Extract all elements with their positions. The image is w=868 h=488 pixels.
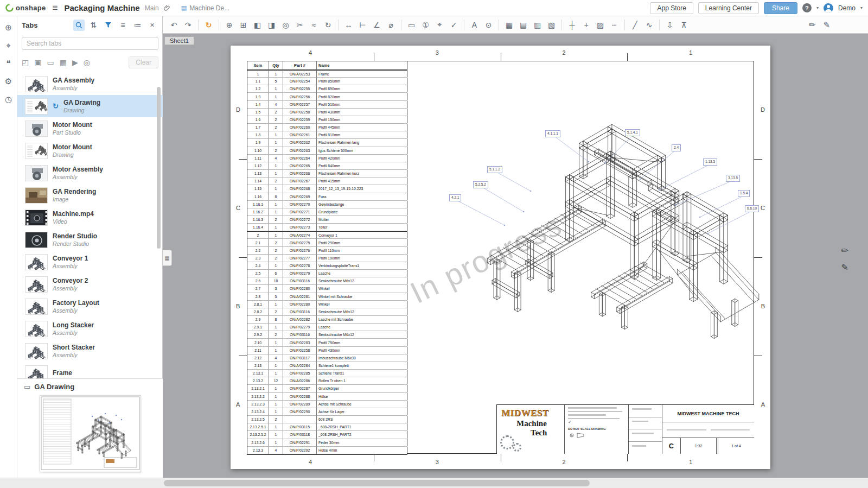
- tabs-scrollbar[interactable]: [157, 87, 161, 249]
- workspace-name[interactable]: Main: [145, 4, 159, 12]
- toolbar-spline-icon[interactable]: ∿: [642, 18, 656, 31]
- bom-row-item-2-8[interactable]: 2.85ON/A/02281Winkel mit Schraube: [247, 293, 407, 301]
- settings-icon[interactable]: ⚙: [5, 77, 12, 86]
- bom-row-item-2-6[interactable]: 2.618ON/P/03116Senkschraube M6x12: [247, 277, 407, 285]
- bom-row-item-2-13-2-5[interactable]: 2.13.2.52608 2RS: [247, 416, 407, 423]
- toolbar-hole-table-icon[interactable]: ▤: [516, 18, 530, 31]
- balloon-4-1-1-1[interactable]: 4.1.1.1: [545, 130, 560, 137]
- toolbar-update-views-icon[interactable]: ↻: [321, 18, 335, 31]
- balloon-5-1-1-2[interactable]: 5.1.1.2: [487, 166, 502, 173]
- close-panel-icon[interactable]: ×: [146, 20, 158, 31]
- list-view-icon[interactable]: ≡: [117, 20, 129, 31]
- tab-item-factory-layout-assembly[interactable]: Factory LayoutAssembly: [17, 295, 163, 318]
- toolbar-detail-view-icon[interactable]: ◎: [279, 18, 292, 31]
- toolbar-bom-table-icon[interactable]: ▥: [531, 18, 544, 31]
- toolbar-construction-line-icon[interactable]: ┄: [608, 18, 621, 31]
- toolbar-note-icon[interactable]: ▭: [405, 18, 418, 31]
- user-name[interactable]: Demo: [838, 4, 856, 12]
- bom-row-item-2-7[interactable]: 2.73ON/P/02280Winkel: [247, 285, 407, 293]
- bom-row-item-1-16[interactable]: 1.168ON/P/02269Fuss: [247, 193, 407, 201]
- drawing-sheet[interactable]: 44332211DDCCBBAA In progress ItemQtyPart…: [231, 46, 770, 469]
- tab-item-conveyor-2-assembly[interactable]: Conveyor 2Assembly: [17, 273, 163, 295]
- tab-item-ga-drawing-drawing[interactable]: ↻GA DrawingDrawing: [17, 95, 163, 117]
- balloon-2-4[interactable]: 2.4: [672, 144, 681, 151]
- toolbar-surface-finish-icon[interactable]: ✓: [447, 18, 461, 31]
- tab-item-motor-assembly-assembly[interactable]: Motor AssemblyAssembly: [17, 162, 163, 184]
- balloon-4-2-1[interactable]: 4.2.1: [449, 194, 461, 201]
- search-icon[interactable]: [73, 20, 85, 31]
- bom-row-item-2-11[interactable]: 2.111ON/P/02258Profil 430mm: [247, 347, 407, 354]
- horizontal-scrollbar[interactable]: [0, 478, 868, 488]
- bom-row-item-2-13-2-5-2[interactable]: 2.13.2.5.21ON/P/03118_608-2RSH_PART2: [247, 431, 407, 439]
- bom-row-item-1-9[interactable]: 1.91ON/P/02262Flacheisen Rahmen lang: [247, 139, 407, 147]
- share-button[interactable]: Share: [764, 2, 797, 14]
- bom-row-item-2-13-3[interactable]: 2.13.34ON/P/02292Hülse 4mm: [247, 447, 407, 454]
- balloon-5-2-5-2[interactable]: 5.2.5.2: [473, 181, 488, 188]
- toolbar-insert-view-icon[interactable]: ⊞: [237, 18, 250, 31]
- bom-row-item-1-2[interactable]: 1.21ON/P/02255Profil 890mm: [247, 85, 407, 93]
- filter-render-icon[interactable]: ◎: [84, 58, 90, 67]
- balloon-1-5-4[interactable]: 1.5.4: [738, 190, 750, 197]
- bom-row-item-2-13-2-1[interactable]: 2.13.2.11ON/P/02287Grundkörper: [247, 385, 407, 392]
- search-tabs-input[interactable]: [22, 37, 158, 50]
- balloon-3-13-5[interactable]: 3.13.5: [726, 175, 740, 182]
- app-store-button[interactable]: App Store: [650, 2, 693, 14]
- balloon-1-13-5[interactable]: 1.13.5: [703, 159, 717, 166]
- bom-row-item-1-10[interactable]: 1.102ON/P/02263Igus Schiene 500mm: [247, 147, 407, 155]
- sheet-tab[interactable]: Sheet1: [164, 36, 194, 45]
- bom-row-item-2-9[interactable]: 2.98ON/A/02282Lasche mit Schraube: [247, 316, 407, 324]
- linked-document-tab[interactable]: ▤ Machine De...: [181, 4, 229, 12]
- toolbar-print-icon[interactable]: ⊼: [677, 18, 691, 31]
- bom-row-item-1-15[interactable]: 1.151ON/P/022682017_12_13_19-15-10-223: [247, 185, 407, 193]
- toolbar-redo-icon[interactable]: ↷: [181, 18, 195, 31]
- bom-row-item-2-8-2[interactable]: 2.8.22ON/P/03116Senkschraube M6x12: [247, 308, 407, 316]
- bom-row-item-2-13-1[interactable]: 2.13.11ON/P/02285Schiene Trans1: [247, 370, 407, 377]
- tab-item-frame-tab[interactable]: Frame: [17, 362, 163, 378]
- toolbar-update-document-icon[interactable]: ↻: [202, 18, 215, 31]
- toolbar-text-icon[interactable]: A: [468, 18, 481, 31]
- toolbar-center-mark-icon[interactable]: +: [579, 18, 593, 31]
- toolbar-geometric-tolerance-icon[interactable]: ⌖: [433, 18, 446, 31]
- filter-drawing-icon[interactable]: ▭: [47, 58, 54, 67]
- toolbar-angle-dimension-icon[interactable]: ∠: [370, 18, 384, 31]
- toolbar-table-icon[interactable]: ▦: [502, 18, 516, 31]
- bom-row-item-1-5[interactable]: 1.52ON/P/02258Profil 430mm: [247, 109, 407, 116]
- toolbar-find-icon[interactable]: ⊙: [482, 18, 495, 31]
- bom-row-item-1-13[interactable]: 1.131ON/P/02266Flacheisen Rahmen kurz: [247, 170, 407, 178]
- filter-part-studio-icon[interactable]: ◰: [22, 58, 29, 67]
- balloon-5-1-4-1[interactable]: 5.1.4.1: [625, 129, 640, 136]
- history-icon[interactable]: ◷: [5, 94, 12, 104]
- toolbar-section-view-icon[interactable]: ◨: [265, 18, 278, 31]
- tab-item-machine-mp4-video[interactable]: Machine.mp4Video: [17, 206, 163, 229]
- drawing-viewport[interactable]: Sheet1 44332211DDCCBBAA In progress Item…: [163, 34, 868, 478]
- toolbar-undo-icon[interactable]: ↶: [167, 18, 181, 31]
- link-icon[interactable]: [164, 4, 171, 11]
- tab-item-short-stacker-assembly[interactable]: Short StackerAssembly: [17, 340, 163, 362]
- detail-list-view-icon[interactable]: ≔: [132, 20, 143, 31]
- toolbar-line-icon[interactable]: ╱: [628, 18, 642, 31]
- bom-row-item-1-8[interactable]: 1.81ON/P/02261Profil 810mm: [247, 131, 407, 139]
- bom-row-item-1-1[interactable]: 1.15ON/P/02254Profil 850mm: [247, 78, 407, 85]
- filter-image-icon[interactable]: ▦: [60, 58, 67, 67]
- toolbar-break-view-icon[interactable]: ≈: [307, 18, 321, 31]
- horizontal-scrollbar-thumb[interactable]: [164, 480, 590, 486]
- bom-row-item-2[interactable]: 21ON/A/02274Conveyor 1: [247, 231, 407, 239]
- onshape-logo[interactable]: onshape: [5, 4, 46, 12]
- filter-video-icon[interactable]: ▶: [72, 58, 78, 67]
- bom-row-item-1-16-1[interactable]: 1.16.11ON/P/02270Gewindestange: [247, 201, 407, 208]
- toolbar-ordinate-dimension-icon[interactable]: ⊢: [356, 18, 369, 31]
- toolbar-projected-view-icon[interactable]: ◧: [251, 18, 264, 31]
- toolbar-export-icon[interactable]: ⇩: [663, 18, 676, 31]
- tab-item-conveyor-1-assembly[interactable]: Conveyor 1Assembly: [17, 251, 163, 273]
- drawing-preview-thumbnail[interactable]: [40, 395, 141, 472]
- bom-row-item-2-13-2-5-1[interactable]: 2.13.2.5.11ON/P/03115_608-2RSH_PART1: [247, 423, 407, 431]
- menu-icon[interactable]: ≡: [53, 3, 58, 14]
- visibility-icon[interactable]: ✏: [841, 245, 848, 256]
- bom-table[interactable]: ItemQtyPart #Name11ON/A/02253Frame1.15ON…: [247, 61, 407, 455]
- bom-row-item-2-13-2-2[interactable]: 2.13.2.21ON/P/02288Hülse: [247, 393, 407, 401]
- bom-row-item-1-14[interactable]: 1.142ON/P/02267Profil 415mm: [247, 178, 407, 185]
- bom-row-item-2-9-2[interactable]: 2.9.22ON/P/03116Senkschraube M6x12: [247, 331, 407, 339]
- create-tab-icon[interactable]: ⊕: [5, 23, 12, 33]
- toolbar-hatch-icon[interactable]: ▨: [593, 18, 607, 31]
- pan-icon[interactable]: ⌖: [6, 41, 10, 50]
